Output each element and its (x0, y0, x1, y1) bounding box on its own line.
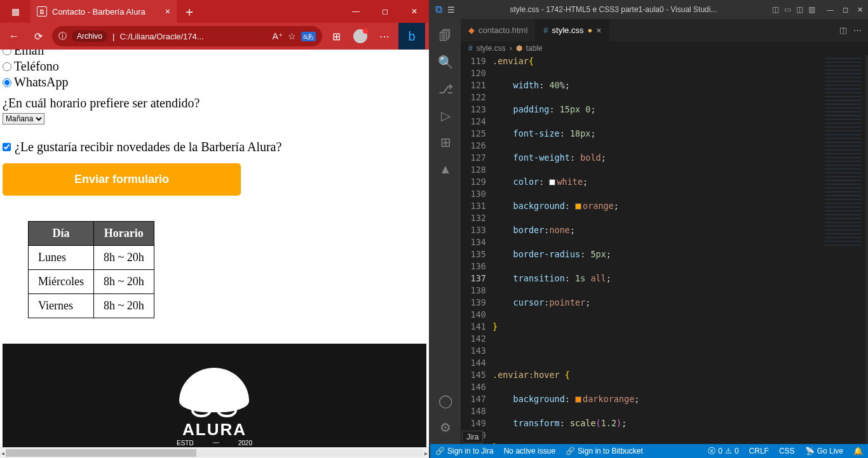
address-bar[interactable]: ⓘ Archivo | C:/Liliana/Oracle/174... A⁺ … (52, 26, 322, 46)
window-minimize-icon[interactable]: — (341, 7, 370, 16)
more-menu-icon[interactable]: ⋯ (374, 26, 395, 46)
extensions-icon[interactable]: ⊞ (430, 130, 461, 155)
window-title: style.css - 1742-HTML5 e CSS3 parte1-aul… (460, 5, 767, 14)
contact-email-label: Email (14, 50, 44, 58)
run-debug-icon[interactable]: ▷ (430, 103, 461, 128)
table-row: Lunes 8h ~ 20h (29, 246, 154, 270)
tab-style-css[interactable]: # style.css ● × (536, 19, 609, 41)
vscode-logo-icon: ⧉ (435, 4, 442, 15)
layout-right-icon[interactable]: ◫ (796, 5, 803, 14)
bing-sidebar-icon[interactable]: b (398, 23, 425, 50)
jira-signin[interactable]: 🔗 Sign in to Jira (430, 447, 499, 455)
contact-telefono-label: Teléfono (14, 59, 59, 74)
accounts-icon[interactable]: ◯ (430, 388, 461, 414)
window-maximize-icon[interactable]: ◻ (370, 7, 400, 16)
table-row: Miércoles 8h ~ 20h (29, 270, 154, 294)
address-path: C:/Liliana/Oracle/174... (119, 32, 203, 41)
split-editor-icon[interactable]: ◫ (839, 25, 847, 35)
editor-scrollbar[interactable] (865, 55, 868, 444)
newsletter-question: ¿Le gustaría recibir novedades de la Bar… (15, 140, 281, 154)
translate-icon[interactable]: aあ (301, 32, 316, 41)
minimap[interactable] (821, 55, 865, 444)
horizontal-scrollbar[interactable]: ◂ ▸ (0, 447, 429, 458)
favorite-icon[interactable]: ☆ (288, 31, 296, 41)
line-number-gutter: 1191201211221231241251261271281291301311… (461, 55, 492, 444)
address-scheme: Archivo (72, 30, 107, 42)
html-file-icon: ◆ (468, 25, 475, 35)
contact-email-radio[interactable] (3, 50, 11, 55)
horario-question: ¿En cuál horario prefiere ser atendido? (3, 96, 426, 111)
horario-select[interactable]: Mañana (3, 113, 44, 125)
profile-avatar[interactable] (350, 26, 370, 46)
tab-close-icon[interactable]: × (165, 6, 170, 17)
search-icon[interactable]: 🔍 (430, 50, 461, 75)
breadcrumb[interactable]: # style.css › ⬢ table (461, 41, 868, 55)
refresh-button[interactable]: ⟳ (28, 26, 48, 46)
selector-icon: ⬢ (516, 44, 522, 53)
layout-bottom-icon[interactable]: ▭ (784, 5, 791, 14)
vsc-close-icon[interactable]: ✕ (857, 6, 863, 14)
page-footer: ALURA ESTD 〰 2020 (3, 344, 426, 458)
settings-gear-icon[interactable]: ⚙ (430, 415, 461, 440)
code-editor[interactable]: .enviar{ width: 40%; padding: 15px 0; fo… (492, 55, 821, 444)
eol-indicator[interactable]: CRLF (744, 446, 774, 457)
source-control-icon[interactable]: ⎇ (430, 76, 461, 102)
th-horario: Horario (93, 222, 154, 246)
more-actions-icon[interactable]: ⋯ (853, 25, 862, 35)
language-mode[interactable]: CSS (774, 446, 800, 457)
contact-whatsapp-label: WhatsApp (14, 75, 69, 90)
css-file-icon: # (468, 44, 473, 53)
read-aloud-icon[interactable]: A⁺ (273, 31, 283, 41)
vsc-maximize-icon[interactable]: ◻ (843, 6, 848, 14)
status-bar: 🔗 Sign in to Jira No active issue 🔗 Sign… (430, 444, 868, 458)
th-dia: Día (29, 222, 94, 246)
edge-tabs-icon[interactable]: ▦ (11, 6, 20, 17)
submit-button[interactable]: Enviar formulario (3, 163, 241, 196)
notifications-icon[interactable]: 🔔 (848, 446, 868, 457)
modified-dot-icon: ● (587, 25, 592, 35)
info-icon: ⓘ (58, 30, 67, 42)
browser-tab[interactable]: 🗎 Contacto - Barbería Alura × (31, 0, 177, 23)
newsletter-checkbox[interactable] (3, 143, 11, 151)
contact-whatsapp-radio[interactable] (3, 78, 11, 87)
css-file-icon: # (543, 25, 548, 35)
atlassian-icon[interactable]: ▲ (430, 156, 461, 182)
tab-contacto-html[interactable]: ◆ contacto.html (461, 19, 536, 41)
problems-count[interactable]: ⓧ 0 ⚠ 0 (703, 446, 743, 457)
tab-title: Contacto - Barbería Alura (52, 7, 146, 17)
menu-icon[interactable]: ☰ (447, 5, 455, 15)
page-favicon: 🗎 (37, 6, 47, 17)
table-row: Viernes 8h ~ 20h (29, 294, 154, 318)
collections-icon[interactable]: ⊞ (326, 26, 346, 46)
new-tab-button[interactable]: ＋ (177, 3, 202, 20)
jira-tooltip: Jira (462, 431, 483, 443)
tab-close-icon[interactable]: × (596, 25, 601, 36)
vsc-minimize-icon[interactable]: — (827, 6, 834, 14)
contact-telefono-radio[interactable] (3, 62, 11, 71)
layout-left-icon[interactable]: ◫ (772, 5, 779, 14)
alura-logo: ALURA ESTD 〰 2020 (177, 368, 252, 447)
bitbucket-signin[interactable]: 🔗 Sign in to Bitbucket (560, 447, 648, 455)
go-live[interactable]: 📡 Go Live (800, 446, 848, 457)
window-close-icon[interactable]: ✕ (400, 7, 429, 16)
jira-active-issue[interactable]: No active issue (499, 447, 560, 455)
back-button[interactable]: ← (4, 26, 24, 46)
layout-custom-icon[interactable]: ▥ (808, 5, 815, 14)
explorer-icon[interactable]: 🗐 (430, 23, 461, 48)
schedule-table: Día Horario Lunes 8h ~ 20h Miércoles 8h … (28, 221, 154, 318)
